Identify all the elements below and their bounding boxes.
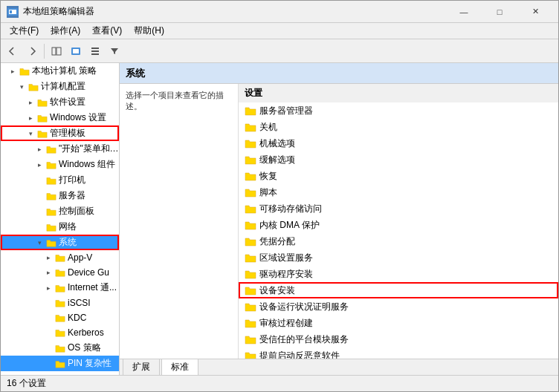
tree-item-admin[interactable]: ▾ 管理模板 [1, 125, 119, 141]
tree-item-network[interactable]: 网络 [1, 219, 119, 235]
tree-item-printer[interactable]: 打印机 [1, 172, 119, 188]
folder-icon-kerberos [54, 327, 66, 339]
up-button[interactable] [67, 42, 85, 60]
list-item[interactable]: 缓解选项 [239, 151, 558, 168]
list-item[interactable]: 设备运行状况证明服务 [239, 298, 558, 315]
menu-bar: 文件(F) 操作(A) 查看(V) 帮助(H) [1, 23, 558, 39]
menu-view[interactable]: 查看(V) [86, 23, 128, 39]
tab-standard[interactable]: 标准 [161, 359, 198, 375]
expand-admin[interactable]: ▾ [25, 128, 36, 140]
svg-rect-2 [10, 10, 12, 13]
filter-button[interactable] [106, 42, 123, 60]
folder-icon-software [36, 97, 48, 108]
expand-software[interactable]: ▸ [25, 97, 36, 108]
folder-icon-wincomp [45, 159, 57, 171]
folder-icon-printer [45, 174, 57, 186]
tree-label-admin: 管理模板 [50, 127, 85, 140]
maximize-button[interactable]: □ [482, 1, 517, 23]
tree-item-system[interactable]: ▾ 系统 [1, 235, 119, 250]
tree-item-devicegu[interactable]: ▸ Device Gu [1, 265, 119, 280]
svg-rect-7 [91, 48, 99, 49]
expand-computer[interactable]: ▾ [16, 81, 28, 93]
separator-1 [44, 44, 45, 59]
list-item[interactable]: 机械选项 [239, 135, 558, 151]
tree-item-server[interactable]: 服务器 [1, 188, 119, 203]
tree-item-ospol[interactable]: OS 策略 [1, 340, 119, 356]
folder-icon-windows [36, 112, 48, 124]
status-bar: 16 个设置 [1, 375, 558, 391]
tree-item-windows[interactable]: ▸ Windows 设置 [1, 110, 119, 125]
list-item[interactable]: 提前启动反恶意软件 [239, 347, 558, 359]
tab-extended[interactable]: 扩展 [123, 359, 160, 375]
toolbar [1, 39, 558, 63]
list-item[interactable]: 脚本 [239, 184, 558, 200]
list-item[interactable]: 审核过程创建 [239, 315, 558, 331]
tree-item-wincomp[interactable]: ▸ Windows 组件 [1, 157, 119, 172]
folder-icon-admin [36, 128, 48, 140]
window-controls: — □ ✕ [447, 1, 552, 23]
tree-label-start: "开始"菜单和任... [59, 143, 119, 155]
expand-internet[interactable]: ▸ [42, 282, 54, 294]
folder-icon-internet [54, 282, 66, 294]
close-button[interactable]: ✕ [518, 1, 552, 23]
list-item[interactable]: 可移动存储访问 [239, 200, 558, 217]
tree-label-ospol: OS 策略 [68, 342, 101, 354]
expand-system[interactable]: ▾ [33, 237, 45, 249]
expand-devicegu[interactable]: ▸ [42, 267, 54, 278]
tree-label-kerberos: Kerberos [68, 327, 104, 338]
tree-label-system: 系统 [59, 236, 77, 249]
tree-item-root[interactable]: ▸ 本地计算机 策略 [1, 63, 119, 79]
menu-action[interactable]: 操作(A) [45, 23, 86, 39]
list-item-device-install[interactable]: 设备安装 [239, 282, 558, 298]
folder-icon-network [45, 221, 57, 233]
menu-file[interactable]: 文件(F) [4, 23, 45, 39]
list-item[interactable]: 驱动程序安装 [239, 266, 558, 282]
expand-windows[interactable]: ▸ [25, 112, 36, 124]
list-item[interactable]: 关机 [239, 119, 558, 135]
minimize-button[interactable]: — [447, 1, 481, 23]
expand-root[interactable]: ▸ [7, 65, 19, 77]
expand-appv[interactable]: ▸ [42, 252, 54, 264]
tree-item-computer[interactable]: ▾ 计算机配置 [1, 79, 119, 94]
folder-icon-devicegu [54, 267, 66, 278]
content-area: 选择一个项目来查看它的描述。 设置 服务器管理器 关机 机械选 [120, 84, 558, 359]
tree-item-appv[interactable]: ▸ App-V [1, 250, 119, 265]
forward-button[interactable] [23, 42, 41, 60]
tree-item-internet[interactable]: ▸ Internet 通... [1, 280, 119, 295]
svg-rect-3 [52, 48, 56, 55]
folder-icon-computer [28, 81, 39, 93]
expand-start[interactable]: ▸ [33, 143, 45, 155]
tree-label-root: 本地计算机 策略 [32, 65, 97, 77]
right-panel: 系统 选择一个项目来查看它的描述。 设置 服务器管理器 [120, 63, 558, 375]
list-item[interactable]: 区域设置服务 [239, 249, 558, 266]
tree-item-pin[interactable]: PIN 复杂性 [1, 356, 119, 371]
list-item[interactable]: 恢复 [239, 168, 558, 184]
tree-label-devicegu: Device Gu [68, 267, 109, 278]
list-item[interactable]: 受信任的平台模块服务 [239, 331, 558, 347]
tree-label-windows: Windows 设置 [50, 111, 106, 124]
list-button[interactable] [86, 42, 104, 60]
list-item[interactable]: 服务器管理器 [239, 102, 558, 119]
folder-icon-start [45, 143, 57, 155]
description-panel: 选择一个项目来查看它的描述。 [120, 84, 239, 359]
bottom-tabs: 扩展 标准 [120, 359, 558, 375]
tree-item-software[interactable]: ▸ 软件设置 [1, 94, 119, 110]
tree-item-start[interactable]: ▸ "开始"菜单和任... [1, 141, 119, 157]
folder-icon-root [19, 65, 30, 77]
tree-item-kerberos[interactable]: Kerberos [1, 325, 119, 340]
svg-rect-4 [56, 48, 61, 55]
folder-icon-server [45, 190, 57, 202]
list-item[interactable]: 凭据分配 [239, 233, 558, 249]
folder-icon-appv [54, 252, 66, 264]
expand-wincomp[interactable]: ▸ [33, 159, 45, 171]
back-button[interactable] [4, 42, 22, 60]
content-header: 系统 [120, 63, 558, 84]
list-item[interactable]: 内核 DMA 保护 [239, 217, 558, 233]
menu-help[interactable]: 帮助(H) [128, 23, 170, 39]
tree-item-control[interactable]: 控制面板 [1, 203, 119, 219]
show-hide-button[interactable] [48, 42, 65, 60]
folder-icon-pin [54, 358, 66, 370]
tree-item-iscsi[interactable]: iSCSI [1, 295, 119, 310]
content-header-title: 系统 [126, 67, 145, 80]
tree-item-kdc[interactable]: KDC [1, 310, 119, 325]
